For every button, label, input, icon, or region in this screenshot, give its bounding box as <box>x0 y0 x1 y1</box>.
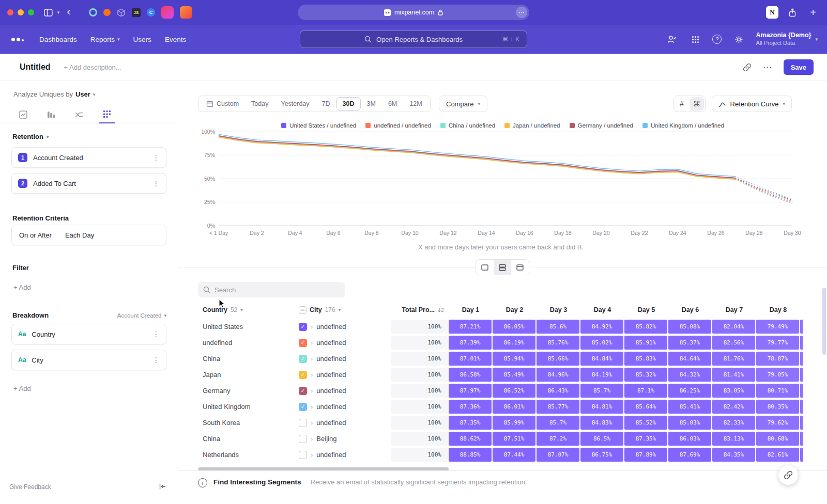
row-checkbox[interactable]: ✓ <box>299 339 307 347</box>
expand-row-icon[interactable]: › <box>311 355 313 363</box>
retention-cell[interactable]: 87.51% <box>493 432 535 446</box>
date-range-today[interactable]: Today <box>245 97 274 111</box>
retention-cell[interactable]: 85.6% <box>537 320 579 334</box>
expand-row-icon[interactable]: › <box>311 403 313 411</box>
retention-cell[interactable]: 85.32% <box>624 368 667 382</box>
retention-cell[interactable]: 86.05% <box>493 320 535 334</box>
retention-cell[interactable]: 85.37% <box>668 336 711 350</box>
retention-cell[interactable]: 87.36% <box>449 400 492 414</box>
extension-icon-c[interactable]: C <box>147 8 155 17</box>
retention-cell[interactable]: 86.25% <box>668 384 711 398</box>
day-column-header[interactable]: Day 5 <box>624 306 668 313</box>
day-column-header[interactable]: Day 6 <box>668 306 712 313</box>
global-search-button[interactable]: Open Reports & Dashboards ⌘ + K <box>300 30 527 48</box>
country-column-header[interactable]: Country 52 ▾ <box>198 306 295 313</box>
chart-only-view-button[interactable] <box>476 260 494 275</box>
retention-cell[interactable]: 87.89% <box>624 448 667 462</box>
legend-item-united-kingdom-undefined[interactable]: United Kingdom / undefined <box>642 122 724 129</box>
day-column-header[interactable]: Day 1 <box>449 306 493 313</box>
retention-cell[interactable]: 79.77% <box>756 336 799 350</box>
retention-cell[interactable]: 86.43% <box>537 384 579 398</box>
row-checkbox[interactable]: ✓ <box>299 355 307 363</box>
retention-cell[interactable]: 82.04% <box>712 320 755 334</box>
retention-cell[interactable]: 84.32% <box>668 368 711 382</box>
step-card-account-created[interactable]: 1Account Created⋮ <box>11 147 166 168</box>
retention-cell[interactable]: 84.92% <box>580 320 623 334</box>
breakdown-card-city[interactable]: AaCity⋮ <box>11 350 166 370</box>
retention-cell[interactable]: 85.66% <box>537 352 579 366</box>
url-more-button[interactable]: ⋯ <box>516 7 527 18</box>
row-country-label[interactable]: China <box>198 352 295 366</box>
retention-cell[interactable]: 85.77% <box>537 400 579 414</box>
table-search-input[interactable]: Search <box>198 282 345 297</box>
compare-button[interactable]: Compare ▾ <box>439 96 487 112</box>
retention-cell[interactable]: 85.83% <box>624 352 667 366</box>
expand-row-icon[interactable]: › <box>311 371 313 379</box>
project-switcher[interactable]: Amazonia {Demo} All Project Data ▾ <box>756 32 818 46</box>
expand-row-icon[interactable]: › <box>311 339 313 346</box>
extension-icon-app1[interactable] <box>161 6 174 19</box>
expand-row-icon[interactable]: › <box>311 419 313 427</box>
save-button[interactable]: Save <box>784 59 814 75</box>
give-feedback-link[interactable]: Give Feedback <box>9 483 51 491</box>
table-view-button[interactable] <box>511 260 529 275</box>
row-country-label[interactable]: China <box>198 432 295 446</box>
expand-row-icon[interactable]: › <box>311 451 313 459</box>
retention-cell[interactable]: 82.42% <box>712 400 755 414</box>
day-column-header[interactable]: Day 2 <box>493 306 537 313</box>
extension-icon-dot[interactable] <box>103 9 111 16</box>
retention-cell[interactable]: 79.49% <box>756 320 799 334</box>
row-country-label[interactable]: undefined <box>198 336 295 350</box>
retention-cell[interactable]: 87.07% <box>537 448 579 462</box>
retention-cell[interactable]: 85.52% <box>624 416 667 430</box>
mixpanel-logo[interactable] <box>11 38 24 41</box>
date-range-12m[interactable]: 12M <box>403 97 428 111</box>
city-column-header[interactable]: City 176 ▾ <box>295 306 391 314</box>
retention-cell[interactable]: 84.64% <box>668 352 711 366</box>
retention-cell[interactable]: 85.7% <box>537 416 579 430</box>
segments-title[interactable]: Find Interesting Segments <box>213 478 301 486</box>
retention-cell[interactable]: 87.21% <box>449 320 492 334</box>
legend-item-germany-undefined[interactable]: Germany / undefined <box>570 122 633 129</box>
retention-cell[interactable]: 86.52% <box>493 384 535 398</box>
analyze-value[interactable]: User <box>75 90 90 98</box>
sidebar-toggle-icon[interactable] <box>41 6 55 19</box>
back-button[interactable]: ‹ <box>62 6 75 19</box>
retention-cell[interactable]: 87.97% <box>449 384 492 398</box>
extension-icon-cube[interactable] <box>117 8 126 17</box>
day-column-header[interactable]: Day 3 <box>537 306 580 313</box>
collapse-sidebar-icon[interactable] <box>158 482 166 493</box>
retention-cell[interactable]: 85.76% <box>537 336 579 350</box>
breakdown-card-country[interactable]: AaCountry⋮ <box>11 324 166 344</box>
retention-cell[interactable]: 80.35% <box>756 400 799 414</box>
share-link-float-button[interactable] <box>778 465 798 485</box>
legend-item-china-undefined[interactable]: China / undefined <box>440 122 495 129</box>
close-window-button[interactable] <box>7 9 13 15</box>
share-icon[interactable] <box>786 6 799 19</box>
retention-cell[interactable]: 85.64% <box>624 400 667 414</box>
row-checkbox[interactable] <box>299 451 307 459</box>
more-options-icon[interactable]: ⋮ <box>152 153 160 162</box>
retention-cell[interactable]: 87.44% <box>493 448 535 462</box>
user-edit-icon[interactable] <box>665 33 678 46</box>
hash-toggle-button[interactable]: # <box>675 97 689 111</box>
date-range-custom[interactable]: Custom <box>200 97 245 111</box>
retention-cell[interactable]: 86.58% <box>449 368 492 382</box>
retention-cell[interactable]: 80.71% <box>756 384 799 398</box>
row-checkbox[interactable]: ✓ <box>299 387 307 395</box>
vertical-scrollbar[interactable] <box>822 288 826 355</box>
retention-cell[interactable]: 82.33% <box>712 416 755 430</box>
criteria-when-select[interactable]: On or After <box>19 231 52 239</box>
chart-type-dropdown[interactable]: Retention Curve ▾ <box>712 96 792 112</box>
url-bar[interactable]: mixpanel.com ⋯ <box>298 5 529 20</box>
minimize-window-button[interactable] <box>18 9 24 15</box>
retention-cell[interactable]: 85.02% <box>580 336 623 350</box>
row-country-label[interactable]: Japan <box>198 368 295 382</box>
retention-cell[interactable]: 86.75% <box>580 448 623 462</box>
add-description-button[interactable]: + Add description... <box>64 64 121 71</box>
retention-cell[interactable]: 84.96% <box>537 368 579 382</box>
row-checkbox[interactable]: ✓ <box>299 323 307 331</box>
date-range-6m[interactable]: 6M <box>382 97 403 111</box>
retention-section-header[interactable]: Retention ▾ <box>12 133 49 140</box>
retention-cell[interactable]: 84.19% <box>580 368 623 382</box>
